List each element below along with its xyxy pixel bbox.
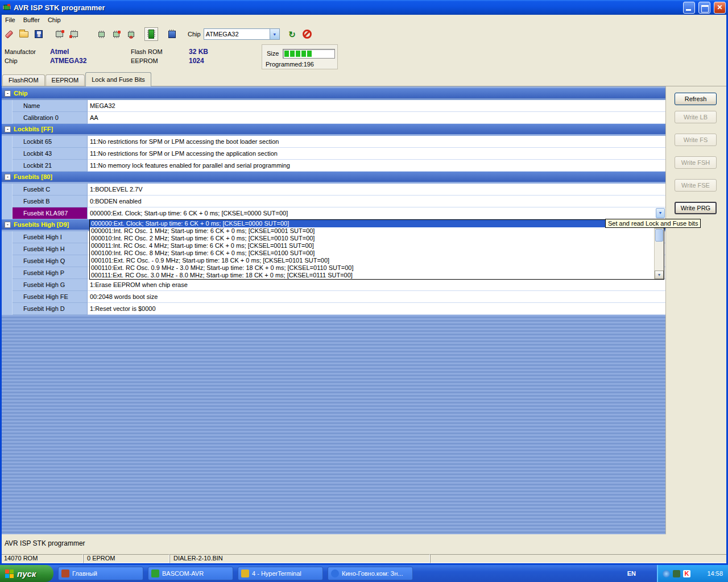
dropdown-item[interactable]: 000100:Int. RC Osc. 8 MHz; Start-up time…	[90, 250, 654, 257]
statusbar: 14070 ROM 0 EPROM DIALER-2-10.BIN	[0, 554, 728, 563]
chevron-down-icon: ▼	[659, 207, 663, 219]
identify-chip-icon[interactable]	[165, 27, 179, 41]
refresh-button[interactable]: Refresh	[675, 93, 717, 105]
task-icon	[151, 569, 159, 577]
tab-lock-and-fuse-bits[interactable]: Lock and Fuse Bits	[85, 72, 151, 86]
task-icon	[331, 569, 339, 577]
maximize-button[interactable]	[698, 2, 710, 14]
combo-dropdown-button[interactable]: ▼	[656, 208, 665, 218]
language-indicator[interactable]: EN	[627, 570, 636, 577]
row-value[interactable]: 1:Reset vector is $0000	[88, 303, 665, 315]
size-label: Size	[267, 50, 279, 57]
collapse-icon[interactable]: -	[5, 126, 11, 132]
menu-file[interactable]: File	[1, 16, 19, 24]
tree-row-selected[interactable]: Fusebit KLA987 000000:Ext. Clock; Start-…	[0, 207, 665, 219]
status-filename: DIALER-2-10.BIN	[169, 554, 430, 563]
dropdown-item[interactable]: 000000:Ext. Clock; Start-up time: 6 CK +…	[90, 220, 654, 227]
dropdown-scrollbar[interactable]: ▲ ▼	[654, 220, 664, 279]
row-value[interactable]: 0:BODEN enabled	[88, 196, 665, 207]
erase-chip-icon[interactable]	[144, 27, 158, 41]
tab-eeprom[interactable]: EEPROM	[46, 74, 85, 86]
reload-icon[interactable]: ↻	[286, 27, 299, 41]
scroll-down-icon[interactable]: ▼	[655, 271, 664, 279]
menu-buffer[interactable]: Buffer	[19, 16, 44, 24]
minimize-button[interactable]	[683, 2, 695, 14]
tree-row[interactable]: Fusebit High G1:Erase EEPROM when chip e…	[0, 279, 665, 291]
menubar: File Buffer Chip	[0, 15, 728, 25]
taskbar-task-glavny[interactable]: Главный	[58, 567, 143, 580]
taskbar-task-hyperterminal[interactable]: 4 - HyperTerminal	[238, 567, 323, 580]
close-button[interactable]: ✕	[714, 2, 726, 14]
cancel-icon[interactable]	[300, 27, 314, 41]
collapse-icon[interactable]: -	[5, 222, 11, 228]
taskbar-clock[interactable]: 14:58	[707, 570, 728, 577]
tree-row[interactable]: Fusebit B0:BODEN enabled	[0, 196, 665, 207]
write-eeprom-icon[interactable]	[94, 27, 108, 41]
row-label: Lockbit 21	[13, 160, 88, 172]
taskbar-task-browser[interactable]: Кино-Говно.ком: Зн...	[328, 567, 413, 580]
row-label: Fusebit High FE	[13, 291, 88, 303]
tree-row[interactable]: Calibration 0AA	[0, 112, 665, 124]
row-value[interactable]: 11:No restrictions for SPM or LPM access…	[88, 136, 665, 148]
write-flash-icon[interactable]	[52, 27, 66, 41]
row-value[interactable]: AA	[88, 112, 665, 124]
open-file-icon[interactable]	[17, 27, 31, 41]
fusebit-combo[interactable]: 000000:Ext. Clock; Start-up time: 6 CK +…	[88, 207, 665, 219]
tray-network-icon[interactable]	[663, 570, 670, 577]
progress-fill	[284, 51, 312, 57]
row-label: Fusebit High H	[13, 243, 88, 255]
tray-utility-icon[interactable]	[673, 570, 680, 577]
section-label: Chip	[14, 90, 27, 97]
chip-select[interactable]: ATMEGA32 ▼	[204, 28, 280, 40]
tab-flashrom[interactable]: FlashROM	[2, 74, 45, 86]
write-prg-button[interactable]: Write PRG	[675, 202, 717, 214]
write-fsh-button: Write FSH	[675, 156, 717, 169]
programmed-progressbar	[283, 49, 335, 59]
row-value[interactable]: 00:2048 words boot size	[88, 291, 665, 303]
collapse-icon[interactable]: -	[5, 90, 11, 97]
read-eeprom-icon[interactable]	[109, 27, 123, 41]
read-flash-icon[interactable]	[67, 27, 81, 41]
chevron-down-icon[interactable]: ▼	[270, 29, 279, 39]
collapse-icon[interactable]: -	[5, 174, 11, 180]
dropdown-item[interactable]: 000011:Int. RC Osc. 4 MHz; Start-up time…	[90, 242, 654, 250]
tree-row[interactable]: Lockbit 4311:No restrictions for SPM or …	[0, 148, 665, 160]
row-value[interactable]: 11:No memory lock features enabled for p…	[88, 160, 665, 172]
verify-chip-icon[interactable]	[124, 27, 138, 41]
save-file-icon[interactable]	[32, 27, 46, 41]
row-value[interactable]: MEGA32	[88, 100, 665, 112]
row-value[interactable]: 1:BODLEVEL 2.7V	[88, 184, 665, 196]
row-value[interactable]: 1:Erase EEPROM when chip erase	[88, 279, 665, 291]
row-label: Fusebit C	[13, 184, 88, 196]
taskbar: пуск Главный BASCOM-AVR 4 - HyperTermina…	[0, 565, 728, 582]
tree-row[interactable]: Fusebit C1:BODLEVEL 2.7V	[0, 184, 665, 196]
dropdown-item[interactable]: 000001:Int. RC Osc. 1 MHz; Start-up time…	[90, 227, 654, 235]
tree-row[interactable]: Lockbit 6511:No restrictions for SPM or …	[0, 136, 665, 148]
windows-logo-icon	[5, 569, 14, 579]
row-label: Fusebit B	[13, 196, 88, 207]
side-button-panel: Refresh Write LB Write FS Write FSH Writ…	[665, 86, 728, 534]
tree-row[interactable]: Fusebit High D1:Reset vector is $0000	[0, 303, 665, 315]
scrollbar-thumb[interactable]	[655, 229, 663, 242]
dropdown-item[interactable]: 000110:Ext. RC Osc. 0.9 MHz - 3.0 MHz; S…	[90, 264, 654, 272]
combo-value: 000000:Ext. Clock; Start-up time: 6 CK +…	[90, 207, 656, 219]
dropdown-item[interactable]: 000101:Ext. RC Osc. - 0.9 MHz; Start-up …	[90, 257, 654, 264]
dropdown-item[interactable]: 000010:Int. RC Osc. 2 MHz; Start-up time…	[90, 235, 654, 242]
window-title: AVR ISP STK programmer	[14, 3, 680, 12]
row-label: Lockbit 43	[13, 148, 88, 160]
size-groupbox: Size Programmed:196	[262, 44, 338, 69]
dropdown-item[interactable]: 000111:Ext. RC Osc. 3.0 MHz - 8.0 MHz; S…	[90, 272, 654, 279]
tray-antivirus-icon[interactable]: K	[683, 570, 690, 577]
taskbar-task-bascom[interactable]: BASCOM-AVR	[148, 567, 233, 580]
menu-chip[interactable]: Chip	[44, 16, 65, 24]
tree-row[interactable]: NameMEGA32	[0, 100, 665, 112]
row-value[interactable]: 11:No restrictions for SPM or LPM access…	[88, 148, 665, 160]
row-label: Calibration 0	[13, 112, 88, 124]
erase-buffer-icon[interactable]	[2, 27, 16, 41]
tree-row[interactable]: Fusebit High FE00:2048 words boot size	[0, 291, 665, 303]
tree-row[interactable]: Lockbit 2111:No memory lock features ena…	[0, 160, 665, 172]
fuse-tree: -Chip NameMEGA32 Calibration 0AA -Lockbi…	[0, 86, 665, 315]
fusebit-dropdown-list: 000000:Ext. Clock; Start-up time: 6 CK +…	[89, 219, 664, 280]
row-label: Fusebit High I	[13, 231, 88, 243]
start-button[interactable]: пуск	[0, 565, 53, 582]
